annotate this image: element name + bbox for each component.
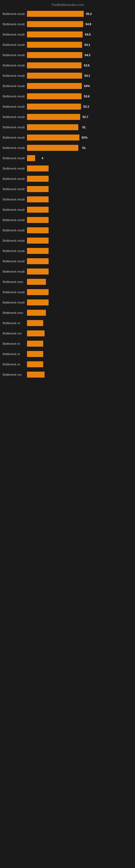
bar-wrapper: 54.1 — [27, 42, 132, 48]
bar-spacer — [3, 183, 132, 186]
bar-value: 54.1 — [85, 43, 90, 46]
bar-label: Bottleneck result — [3, 33, 27, 36]
bar-fill: 52.7 — [27, 114, 80, 120]
bar-label: Bottleneck result — [3, 177, 27, 180]
bar-row: Bottleneck result — [3, 269, 132, 275]
bar-label: Bottleneck resu — [3, 280, 27, 283]
bar-spacer — [3, 29, 132, 31]
bar-row: Bottleneck re — [3, 341, 132, 347]
bar-wrapper — [27, 351, 132, 357]
bar-label: Bottleneck result — [3, 146, 27, 150]
bar-fill — [27, 310, 46, 316]
bar-row: Bottleneck result55.2 — [3, 11, 132, 17]
bar-spacer — [3, 91, 132, 93]
bar-label: Bottleneck result — [3, 105, 27, 108]
bar-row: Bottleneck result — [3, 248, 132, 254]
bar-label: Bottleneck re — [3, 342, 27, 345]
bar-fill — [27, 300, 49, 305]
bar-spacer — [3, 19, 132, 21]
bar-spacer — [3, 50, 132, 52]
bar-row: Bottleneck result — [3, 227, 132, 233]
bar-fill: 4 — [27, 155, 35, 161]
bar-wrapper — [27, 269, 132, 275]
bar-wrapper: 53.3 — [27, 104, 132, 110]
bar-fill: 54.1 — [27, 73, 82, 79]
bar-row: Bottleneck result — [3, 300, 132, 305]
bar-wrapper — [27, 320, 132, 326]
bar-spacer — [3, 359, 132, 361]
bar-row: Bottleneck re — [3, 320, 132, 326]
bar-row: Bottleneck result53.6 — [3, 62, 132, 68]
bar-spacer — [3, 122, 132, 124]
bar-wrapper — [27, 196, 132, 203]
bar-value: 53.3 — [83, 105, 89, 108]
bar-label: Bottleneck result — [3, 126, 27, 129]
bar-fill — [27, 341, 43, 347]
bar-spacer — [3, 348, 132, 351]
bar-wrapper: 54% — [27, 83, 132, 89]
bar-fill — [27, 372, 45, 378]
bar-fill — [27, 217, 49, 223]
bar-row: Bottleneck result — [3, 258, 132, 264]
bar-fill: 54% — [27, 83, 82, 89]
bar-label: Bottleneck result — [3, 12, 27, 16]
bar-label: Bottleneck result — [3, 270, 27, 273]
bar-wrapper — [27, 279, 132, 285]
bar-value: 53.6 — [84, 64, 90, 67]
bar-wrapper — [27, 217, 132, 223]
bar-row: Bottleneck result51. — [3, 124, 132, 130]
bar-wrapper: 51. — [27, 124, 132, 130]
bar-label: Bottleneck re — [3, 363, 27, 366]
bar-wrapper — [27, 207, 132, 213]
bar-fill — [27, 248, 49, 254]
bar-row: Bottleneck result4 — [3, 155, 132, 161]
bar-fill: 55.2 — [27, 11, 84, 17]
bar-fill: 51. — [27, 124, 78, 130]
bar-wrapper: 51. — [27, 145, 132, 151]
bar-fill — [27, 176, 49, 182]
bar-value: 54.3 — [85, 54, 90, 57]
bar-spacer — [3, 276, 132, 279]
bar-fill — [27, 165, 49, 172]
bar-spacer — [3, 39, 132, 42]
bar-wrapper — [27, 361, 132, 367]
bar-row: Bottleneck re — [3, 351, 132, 357]
bar-fill — [27, 238, 49, 244]
bar-label: Bottleneck result — [3, 218, 27, 222]
bar-fill: 53.3 — [27, 104, 81, 110]
bar-fill — [27, 320, 43, 326]
bar-wrapper — [27, 300, 132, 305]
bar-row: Bottleneck result53.3 — [3, 104, 132, 110]
bar-fill — [27, 258, 49, 264]
bar-label: Bottleneck result — [3, 167, 27, 170]
bar-wrapper — [27, 341, 132, 347]
bar-wrapper — [27, 258, 132, 264]
bar-row: Bottleneck res — [3, 372, 132, 378]
bar-fill — [27, 207, 49, 213]
bar-wrapper: 52% — [27, 134, 132, 141]
bar-wrapper — [27, 310, 132, 316]
bar-spacer — [3, 307, 132, 310]
bar-fill — [27, 279, 46, 285]
bar-label: Bottleneck result — [3, 239, 27, 242]
bar-spacer — [3, 194, 132, 196]
bar-row: Bottleneck result — [3, 186, 132, 192]
bar-row: Bottleneck result — [3, 176, 132, 182]
bar-fill: 54.1 — [27, 42, 82, 48]
bar-spacer — [3, 317, 132, 320]
bar-fill: 53.6 — [27, 62, 82, 68]
bar-wrapper — [27, 165, 132, 172]
bar-value: 54.1 — [85, 74, 90, 77]
bar-wrapper: 54.1 — [27, 73, 132, 79]
bar-label: Bottleneck re — [3, 352, 27, 355]
bar-spacer — [3, 70, 132, 73]
bar-wrapper: 4 — [27, 155, 132, 161]
bar-fill: 51. — [27, 145, 78, 151]
bar-wrapper: 54.5 — [27, 31, 132, 37]
bar-label: Bottleneck result — [3, 156, 27, 160]
bar-value: 54.9 — [86, 23, 91, 26]
bar-label: Bottleneck result — [3, 43, 27, 46]
bar-row: Bottleneck result54.3 — [3, 52, 132, 58]
bar-spacer — [3, 235, 132, 238]
bar-spacer — [3, 286, 132, 289]
